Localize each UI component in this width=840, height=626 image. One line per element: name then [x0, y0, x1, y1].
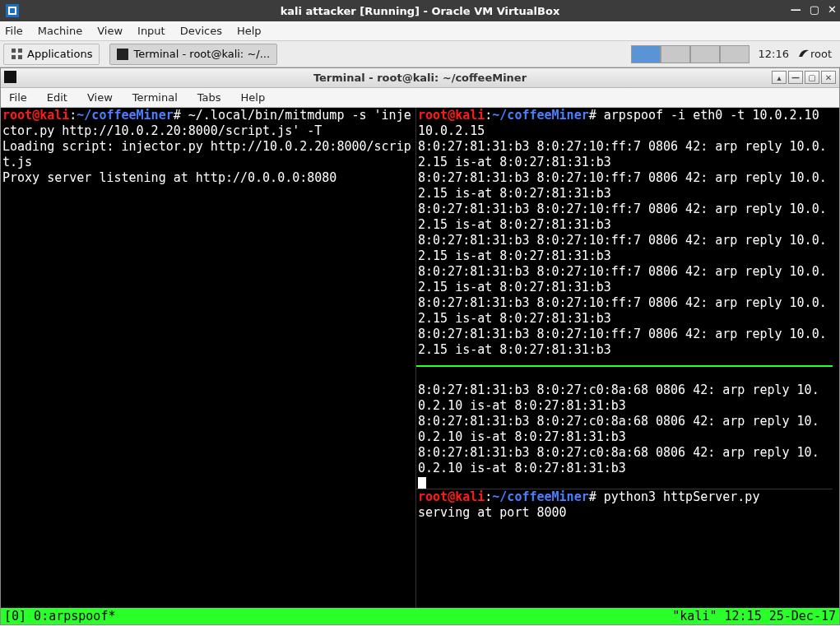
term-menu-terminal[interactable]: Terminal	[132, 91, 178, 104]
virtualbox-title-text: kali attacker [Running] - Oracle VM Virt…	[281, 5, 560, 17]
arp-reply-line: 8:0:27:81:31:b3 8:0:27:10:ff:7 0806 42: …	[418, 264, 827, 294]
arp-reply-line: 8:0:27:81:31:b3 8:0:27:c0:8a:68 0806 42:…	[418, 445, 819, 475]
tmux-pane-right-top[interactable]: root@kali:~/coffeeMiner# arpspoof -i eth…	[416, 108, 833, 367]
terminal-minimize-button[interactable]: —	[788, 71, 803, 84]
right-bot-output: serving at port 8000	[418, 505, 567, 520]
prompt-user: root	[418, 108, 448, 123]
workspace-switcher[interactable]	[631, 45, 750, 63]
tmux-status-right: "kali" 12:15 25-Dec-17	[672, 609, 836, 624]
arp-reply-line: 8:0:27:81:31:b3 8:0:27:10:ff:7 0806 42: …	[418, 233, 827, 263]
vb-close-button[interactable]: ✕	[828, 3, 837, 16]
term-menu-edit[interactable]: Edit	[47, 91, 67, 104]
terminal-icon	[117, 49, 128, 60]
workspace-1[interactable]	[631, 45, 661, 63]
taskbar-terminal-label: Terminal - root@kali: ~/...	[133, 48, 270, 60]
workspace-2[interactable]	[661, 45, 690, 63]
left-output-2: Proxy server listening at http://0.0.0.0…	[2, 170, 336, 185]
tmux-right-column: root@kali:~/coffeeMiner# arpspoof -i eth…	[416, 108, 833, 624]
terminal-title-text: Terminal - root@kali: ~/coffeeMiner	[313, 72, 527, 84]
arp-reply-line: 8:0:27:81:31:b3 8:0:27:c0:8a:68 0806 42:…	[418, 414, 819, 444]
prompt-user: root	[418, 489, 448, 504]
prompt-sep: :	[485, 489, 492, 504]
vb-menu-devices[interactable]: Devices	[180, 25, 222, 37]
terminal-menubar: File Edit View Terminal Tabs Help	[1, 88, 839, 108]
workspace-4[interactable]	[720, 45, 750, 63]
term-menu-view[interactable]: View	[87, 91, 113, 104]
terminal-titlebar-icon	[4, 71, 16, 83]
prompt-sep: :	[485, 108, 492, 123]
prompt-at: @	[32, 108, 39, 123]
applications-button[interactable]: Applications	[3, 44, 100, 65]
arp-reply-line: 8:0:27:81:31:b3 8:0:27:10:ff:7 0806 42: …	[418, 202, 827, 232]
arp-reply-line: 8:0:27:81:31:b3 8:0:27:10:ff:7 0806 42: …	[418, 139, 827, 169]
tmux-status-bar: [0] 0:arpspoof* "kali" 12:15 25-Dec-17	[1, 608, 839, 624]
svg-rect-5	[12, 55, 16, 59]
cursor	[418, 477, 426, 489]
prompt-path: ~/coffeeMiner	[492, 108, 588, 123]
vb-menu-view[interactable]: View	[97, 25, 123, 37]
prompt-host: kali	[455, 108, 485, 123]
tmux-status-left: [0] 0:arpspoof*	[4, 609, 115, 624]
virtualbox-menubar: File Machine View Input Devices Help	[0, 21, 840, 41]
prompt-sym: #	[589, 108, 596, 123]
prompt-user: root	[2, 108, 32, 123]
prompt-sym: #	[174, 108, 181, 123]
prompt-path: ~/coffeeMiner	[492, 489, 588, 504]
svg-rect-2	[10, 8, 15, 13]
kali-dragon-icon[interactable]	[797, 46, 810, 62]
tmux-pane-right-bottom[interactable]: root@kali:~/coffeeMiner# python3 httpSer…	[416, 489, 833, 624]
vb-minimize-button[interactable]: —	[791, 3, 801, 16]
panel-user[interactable]: root	[810, 48, 832, 60]
arp-reply-line: 8:0:27:81:31:b3 8:0:27:10:ff:7 0806 42: …	[418, 295, 827, 326]
panel-clock: 12:16	[758, 48, 788, 60]
applications-label: Applications	[27, 48, 92, 60]
vb-menu-machine[interactable]: Machine	[38, 25, 82, 37]
prompt-at: @	[448, 108, 455, 123]
prompt-path: ~/coffeeMiner	[77, 108, 173, 123]
left-output-1: Loading script: injector.py http://10.0.…	[2, 139, 411, 169]
applications-icon	[11, 48, 24, 61]
terminal-close-button[interactable]: ✕	[821, 71, 836, 84]
vb-menu-file[interactable]: File	[5, 25, 23, 37]
prompt-host: kali	[39, 108, 69, 123]
svg-rect-4	[18, 49, 22, 53]
right-bot-command: python3 httpServer.py	[596, 489, 760, 504]
terminal-maximize-button[interactable]: ▢	[805, 71, 819, 84]
svg-rect-3	[12, 49, 16, 53]
prompt-at: @	[448, 489, 455, 504]
svg-rect-6	[18, 55, 22, 59]
terminal-rollup-button[interactable]: ▴	[772, 71, 787, 84]
terminal-body[interactable]: root@kali:~/coffeeMiner# ~/.local/bin/mi…	[1, 108, 839, 624]
tmux-pane-right-mid[interactable]: 8:0:27:81:31:b3 8:0:27:c0:8a:68 0806 42:…	[416, 367, 833, 489]
term-menu-help[interactable]: Help	[241, 91, 266, 104]
arp-reply-line: 8:0:27:81:31:b3 8:0:27:c0:8a:68 0806 42:…	[418, 383, 819, 413]
vb-maximize-button[interactable]: ▢	[810, 3, 819, 16]
vb-menu-help[interactable]: Help	[237, 25, 262, 37]
workspace-3[interactable]	[690, 45, 720, 63]
term-menu-tabs[interactable]: Tabs	[197, 91, 221, 104]
arp-reply-line: 8:0:27:81:31:b3 8:0:27:10:ff:7 0806 42: …	[418, 327, 827, 357]
virtualbox-titlebar: kali attacker [Running] - Oracle VM Virt…	[0, 0, 840, 21]
prompt-sym: #	[589, 489, 596, 504]
terminal-titlebar: Terminal - root@kali: ~/coffeeMiner ▴ — …	[1, 68, 839, 88]
virtualbox-icon	[5, 3, 20, 18]
prompt-host: kali	[455, 489, 485, 504]
vb-menu-input[interactable]: Input	[137, 25, 165, 37]
guest-top-panel: Applications Terminal - root@kali: ~/...…	[0, 41, 840, 67]
taskbar-terminal-button[interactable]: Terminal - root@kali: ~/...	[109, 44, 277, 65]
prompt-sep: :	[69, 108, 77, 123]
arp-reply-line: 8:0:27:81:31:b3 8:0:27:10:ff:7 0806 42: …	[418, 170, 827, 201]
tmux-pane-left[interactable]: root@kali:~/coffeeMiner# ~/.local/bin/mi…	[1, 108, 416, 624]
terminal-window: Terminal - root@kali: ~/coffeeMiner ▴ — …	[0, 67, 840, 625]
term-menu-file[interactable]: File	[9, 91, 27, 104]
